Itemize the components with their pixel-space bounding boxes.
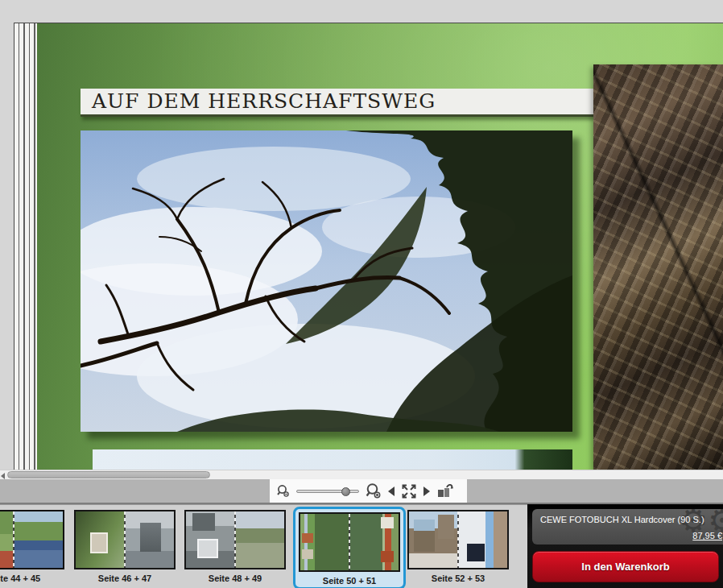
thumb-art (381, 551, 394, 562)
zoom-slider-handle[interactable] (341, 487, 350, 496)
photobook-editor-window: AUF DEM HERRSCHAFTSWEG (0, 0, 723, 588)
fold-line (349, 514, 350, 570)
thumbnail-label: Seite 50 + 51 (298, 576, 401, 586)
thumbnail-image[interactable] (299, 512, 400, 572)
order-panel: ⚙⚙ CEWE FOTOBUCH XL Hardcover (90 S.) 87… (527, 504, 723, 588)
scroll-left-arrow-icon[interactable] (1, 473, 5, 479)
thumb-art (467, 544, 485, 561)
view-toolbar (0, 479, 723, 504)
fold-line (234, 511, 236, 568)
thumb-art (192, 513, 215, 531)
fold-line (13, 511, 14, 568)
thumb-art (414, 520, 435, 552)
thumb-art (438, 515, 454, 539)
thumb-art (0, 511, 14, 568)
preview-book-icon[interactable] (436, 482, 455, 500)
dead-tree-photo[interactable] (81, 130, 572, 432)
thumb-art (197, 539, 218, 558)
thumb-art (302, 549, 313, 559)
fit-to-window-icon[interactable] (400, 482, 418, 500)
page-stack-edge (14, 23, 37, 470)
thumbnail-seite-52-53[interactable]: Seite 52 + 53 (407, 510, 509, 583)
thumbnail-label: Seite 44 + 45 (0, 574, 64, 583)
scrollbar-thumb[interactable] (7, 471, 210, 478)
page-title-text[interactable]: AUF DEM HERRSCHAFTSWEG (81, 89, 593, 117)
price-link[interactable]: 87,95 € (692, 531, 722, 540)
product-name: CEWE FOTOBUCH XL Hardcover (90 S.) (540, 515, 723, 524)
zoom-out-icon[interactable] (276, 484, 291, 499)
dead-tree-photo-art (81, 130, 572, 432)
thumb-art (140, 523, 161, 552)
thumbnail-label: Seite 46 + 47 (74, 574, 176, 583)
add-to-cart-button[interactable]: In den Warenkorb (532, 551, 719, 582)
thumbnail-image[interactable] (407, 510, 509, 569)
thumb-art (302, 533, 313, 543)
next-page-icon[interactable] (423, 487, 430, 496)
thumbnail-seite-46-47[interactable]: Seite 46 + 47 (74, 510, 176, 583)
zoom-slider[interactable] (296, 486, 359, 497)
thumbnail-seite-50-51-selected[interactable]: Seite 50 + 51 (293, 507, 406, 588)
fold-line (124, 511, 126, 568)
thumb-art (235, 511, 284, 568)
zoom-navigation-panel (270, 479, 467, 503)
thumb-art (14, 511, 63, 568)
thumbnail-image[interactable] (0, 510, 64, 569)
thumbnail-seite-44-45[interactable]: Seite 44 + 45 (0, 510, 64, 583)
thumb-art (381, 517, 394, 528)
thumbnail-seite-48-49[interactable]: Seite 48 + 49 (184, 510, 286, 583)
product-summary-panel[interactable]: ⚙⚙ CEWE FOTOBUCH XL Hardcover (90 S.) 87… (532, 509, 723, 545)
thumbnail-label: Seite 48 + 49 (184, 574, 286, 583)
horizontal-scrollbar[interactable] (0, 470, 723, 479)
zoom-in-icon[interactable] (365, 482, 382, 500)
fold-line (457, 511, 459, 568)
thumbnail-image[interactable] (184, 510, 286, 569)
page-thumbnail-strip: Seite 44 + 45 Seite 46 + 47 Seite 48 + 4… (0, 504, 527, 588)
thumb-art (90, 532, 108, 553)
bottom-photo-partial[interactable] (93, 449, 572, 470)
rock-face-photo[interactable] (593, 64, 723, 470)
previous-page-icon[interactable] (388, 487, 395, 496)
thumbnail-image[interactable] (74, 510, 176, 569)
thumbnail-label: Seite 52 + 53 (407, 574, 509, 583)
